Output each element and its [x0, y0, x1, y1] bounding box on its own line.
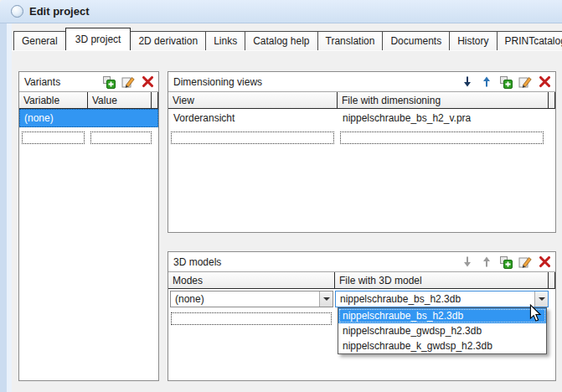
tab-3d-project[interactable]: 3D project	[65, 28, 131, 50]
variants-title: Variants	[24, 76, 102, 88]
variant-variable-cell: (none)	[19, 109, 158, 127]
dropdown-item[interactable]: nippelschraube_gwdsp_h2.3db	[338, 323, 546, 338]
edit-project-dialog: Edit project General 3D project 2D deriv…	[0, 0, 562, 392]
variants-column-headers: Variable Value	[19, 91, 158, 109]
tab-2d-derivation[interactable]: 2D derivation	[130, 31, 206, 50]
delete-icon[interactable]	[538, 75, 551, 89]
new-view-cell[interactable]	[171, 132, 334, 144]
tab-history[interactable]: History	[449, 31, 497, 50]
file-3d-model-combobox[interactable]: nippelschraube_bs_h2.3db	[335, 291, 549, 307]
dimensioning-views-title: Dimensioning views	[173, 76, 461, 88]
file-3d-model-combobox-value: nippelschraube_bs_h2.3db	[336, 291, 534, 307]
delete-icon[interactable]	[538, 255, 551, 269]
column-header-stub	[152, 92, 158, 109]
window-title: Edit project	[29, 5, 90, 18]
3d-models-toolbar	[461, 255, 551, 269]
file-3d-model-dropdown-button[interactable]	[534, 291, 548, 307]
move-down-icon[interactable]	[461, 75, 474, 89]
tab-printcatalog[interactable]: PRINTcatalog	[497, 31, 562, 50]
dropdown-item[interactable]: nippelschraube_k_gwdsp_h2.3db	[338, 338, 546, 353]
tab-general[interactable]: General	[13, 31, 66, 50]
tab-strip: General 3D project 2D derivation Links C…	[13, 28, 562, 50]
tab-page-edge	[12, 50, 562, 51]
tab-links[interactable]: Links	[205, 31, 245, 50]
dropdown-item[interactable]: nippelschraube_bs_h2.3db	[338, 308, 546, 323]
column-header-file-dimensioning: File with dimensioning	[338, 92, 549, 109]
dimensioning-views-toolbar	[461, 75, 551, 89]
new-file-dimensioning-cell[interactable]	[340, 132, 544, 144]
move-up-icon-disabled[interactable]	[480, 255, 493, 269]
3d-models-column-headers: Modes File with 3D model	[168, 271, 555, 289]
title-bar[interactable]: Edit project	[0, 0, 562, 23]
3d-models-title: 3D models	[173, 256, 461, 268]
delete-icon[interactable]	[141, 75, 154, 89]
new-mode-cell[interactable]	[171, 312, 332, 325]
column-header-stub	[549, 92, 555, 109]
edit-icon[interactable]	[518, 255, 532, 269]
modes-combobox[interactable]: (none)	[170, 291, 333, 307]
column-header-file-3d-model: File with 3D model	[335, 272, 549, 289]
move-up-icon[interactable]	[480, 75, 493, 89]
dimensioning-views-new-row[interactable]	[168, 127, 555, 146]
app-icon	[11, 5, 23, 18]
new-variable-cell[interactable]	[22, 132, 85, 144]
modes-combobox-value: (none)	[171, 291, 319, 307]
variants-new-row[interactable]	[19, 127, 158, 146]
edit-icon[interactable]	[121, 75, 135, 89]
window-border-left	[0, 23, 7, 392]
chevron-down-icon	[323, 297, 330, 301]
add-icon[interactable]	[499, 75, 513, 89]
column-header-view: View	[168, 92, 338, 109]
column-header-value: Value	[88, 92, 152, 109]
file-3d-model-dropdown-list: nippelschraube_bs_h2.3db nippelschraube_…	[338, 307, 547, 354]
dimensioning-views-column-headers: View File with dimensioning	[168, 91, 555, 109]
dimensioning-view-row[interactable]: Vorderansicht nippelschraube_bs_h2_v.pra	[168, 109, 555, 127]
tab-documents[interactable]: Documents	[382, 31, 450, 50]
new-value-cell[interactable]	[90, 132, 152, 144]
tab-catalog-help[interactable]: Catalog help	[245, 31, 317, 50]
column-header-stub	[549, 272, 555, 289]
variants-toolbar	[102, 75, 154, 89]
dimensioning-views-panel: Dimensioning views	[168, 71, 556, 233]
window-border-left-inner	[7, 23, 12, 392]
edit-icon[interactable]	[518, 75, 532, 89]
column-header-variable: Variable	[19, 92, 88, 109]
add-icon[interactable]	[499, 255, 513, 269]
view-cell: Vorderansicht	[168, 109, 338, 127]
add-icon[interactable]	[102, 75, 116, 89]
tab-translation[interactable]: Translation	[317, 31, 384, 50]
variants-panel: Variants	[18, 71, 159, 381]
move-down-icon-disabled[interactable]	[461, 255, 474, 269]
file-dimensioning-cell: nippelschraube_bs_h2_v.pra	[338, 109, 549, 127]
variants-row-none[interactable]: (none)	[19, 109, 158, 127]
3d-model-row: (none) nippelschraube_bs_h2.3db	[168, 289, 555, 308]
chevron-down-icon	[539, 297, 545, 301]
modes-combobox-dropdown-button[interactable]	[319, 291, 333, 307]
column-header-modes: Modes	[168, 272, 335, 289]
